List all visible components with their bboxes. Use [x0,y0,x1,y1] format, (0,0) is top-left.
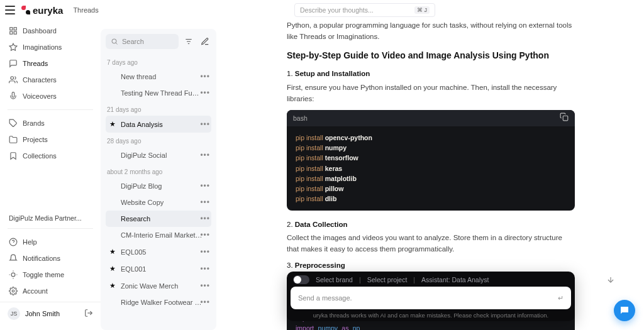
thread-item[interactable]: Testing New Thread Function••• [106,85,211,101]
svg-rect-2 [14,31,16,34]
composer-disclaimer: uryka threads works with AI and can make… [291,309,571,320]
new-thread-button[interactable] [199,35,211,48]
thread-more-button[interactable]: ••• [200,72,210,81]
code-lang: bash [293,113,308,123]
user-avatar[interactable]: JS [8,307,20,320]
article-heading: Step-by-Step Guide to Video and Image An… [287,49,575,63]
toggle-theme-icon [9,270,18,279]
thread-more-button[interactable]: ••• [200,282,210,290]
projects-icon [9,135,18,144]
workspace-name[interactable]: DigiPulz Media Partner... [0,211,101,226]
thread-more-button[interactable]: ••• [200,248,210,256]
nav-voiceovers[interactable]: Voiceovers [0,88,101,104]
star-icon: ★ [109,120,117,128]
chat-fab[interactable] [614,300,635,321]
nav-projects[interactable]: Projects [0,131,101,148]
thread-item[interactable]: Research••• [106,211,211,227]
thread-item[interactable]: ★EQL005••• [106,243,211,260]
page-section: Threads [73,6,98,14]
scroll-down-button[interactable] [606,275,615,287]
thread-item[interactable]: Ridge Walker Footwear Prod Desc.••• [106,294,211,311]
thread-label: DigiPulz Social [121,151,167,159]
thread-label: Data Analysis [121,121,163,128]
thread-label: DigiPulz Blog [121,182,162,190]
thread-label: Website Copy [121,199,164,206]
svg-rect-1 [14,28,16,30]
nav-imaginations[interactable]: Imaginations [0,39,101,55]
intro-text: Python, a popular programming language f… [287,20,575,43]
dashboard-icon [9,26,18,35]
thread-group-label: 28 days ago [106,133,211,147]
svg-rect-3 [10,31,13,34]
chat-icon [619,305,630,316]
thread-item[interactable]: ★Data Analysis••• [106,116,211,133]
thread-more-button[interactable]: ••• [200,151,210,160]
thread-more-button[interactable]: ••• [200,182,210,190]
thread-item[interactable]: DigiPulz Blog••• [106,178,211,194]
thread-more-button[interactable]: ••• [200,214,210,223]
send-button[interactable]: ↵ [558,294,564,302]
svg-marker-4 [9,43,17,50]
message-input[interactable]: Send a message. ↵ [291,287,571,309]
message-composer: Select brand | Select project | Assistan… [287,272,575,321]
thread-label: Ridge Walker Footwear Prod Desc. [121,299,203,306]
svg-point-5 [11,77,14,80]
filter-button[interactable] [182,35,195,48]
svg-rect-20 [563,116,568,121]
thread-label: CM-Interio Email Marketing [121,231,203,239]
nav-brands[interactable]: Brands [0,115,101,131]
threads-icon [9,59,18,68]
select-brand[interactable]: Select brand [316,276,353,283]
thread-item[interactable]: Website Copy••• [106,194,211,211]
composer-toggle[interactable] [293,275,309,284]
svg-line-16 [116,43,117,44]
brand-logo[interactable]: euryka [21,5,63,16]
nav-threads[interactable]: Threads [0,55,101,72]
star-icon: ★ [109,282,117,290]
thread-item[interactable]: ★EQL001••• [106,260,211,277]
svg-point-15 [112,39,116,43]
thread-more-button[interactable]: ••• [200,231,210,239]
nav-help[interactable]: Help [0,234,101,250]
logout-icon[interactable] [84,309,93,319]
copy-icon [560,113,569,121]
code-block-bash: bash pip install opencv-python pip insta… [287,110,575,211]
thread-search[interactable]: Search [106,34,179,49]
thread-more-button[interactable]: ••• [200,298,210,307]
brand-name: euryka [33,5,63,16]
filter-icon [184,37,193,46]
characters-icon [9,75,18,84]
select-project[interactable]: Select project [367,276,408,283]
nav-account[interactable]: Account [0,283,101,299]
menu-button[interactable] [5,6,15,14]
nav-toggle-theme[interactable]: Toggle theme [0,267,101,283]
thread-item[interactable]: New thread••• [106,69,211,85]
svg-rect-0 [10,28,13,30]
thread-more-button[interactable]: ••• [200,89,210,97]
thread-more-button[interactable]: ••• [200,198,210,207]
nav-notifications[interactable]: Notifications [0,250,101,267]
voiceovers-icon [9,92,18,101]
thread-item[interactable]: CM-Interio Email Marketing••• [106,227,211,243]
thread-label: Testing New Thread Function [121,89,203,97]
star-icon: ★ [109,265,117,273]
nav-characters[interactable]: Characters [0,72,101,88]
notifications-icon [9,254,18,263]
arrow-down-icon [606,275,615,284]
thread-group-label: about 2 months ago [106,163,211,178]
svg-point-13 [12,290,14,292]
assistant-label[interactable]: Assistant: Data Analyst [421,276,489,283]
thread-label: EQL005 [121,248,146,256]
nav-collections[interactable]: Collections [0,148,101,164]
thread-label: EQL001 [121,265,146,273]
thread-more-button[interactable]: ••• [200,120,210,129]
nav-dashboard[interactable]: Dashboard [0,23,101,39]
copy-button[interactable] [560,113,569,124]
thread-item[interactable]: DigiPulz Social••• [106,147,211,163]
edit-icon [201,37,209,46]
thread-item[interactable]: ★Zonic Wave Merch••• [106,277,211,294]
help-icon [9,238,18,246]
thread-more-button[interactable]: ••• [200,265,210,273]
thread-group-label: 7 days ago [106,54,211,69]
svg-point-8 [11,273,15,277]
